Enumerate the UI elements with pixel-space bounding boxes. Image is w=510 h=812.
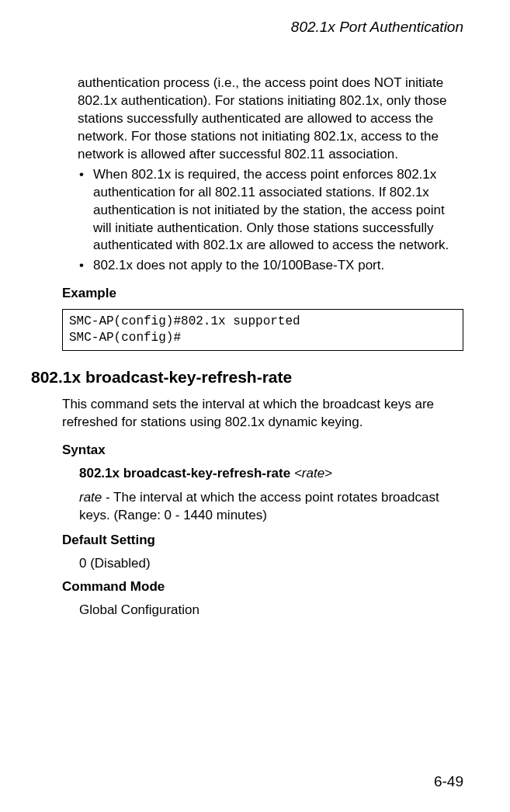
page-number: 6-49 xyxy=(434,773,463,790)
bullet-not-apply: 802.1x does not apply to the 10/100Base-… xyxy=(78,257,463,275)
page-content: authentication process (i.e., the access… xyxy=(0,36,510,618)
syntax-command: 802.1x broadcast-key-refresh-rate xyxy=(79,466,290,481)
default-setting-value: 0 (Disabled) xyxy=(79,556,463,571)
syntax-arg: <rate> xyxy=(294,466,332,481)
syntax-line: 802.1x broadcast-key-refresh-rate <rate> xyxy=(79,466,463,481)
example-code-block: SMC-AP(config)#802.1x supported SMC-AP(c… xyxy=(62,309,463,351)
section-title: 802.1x broadcast-key-refresh-rate xyxy=(31,368,463,387)
header-title: 802.1x Port Authentication xyxy=(291,19,463,35)
rate-description: rate - The interval at which the access … xyxy=(79,489,463,525)
command-mode-heading: Command Mode xyxy=(62,579,463,595)
continuation-paragraph: authentication process (i.e., the access… xyxy=(78,75,463,164)
example-heading: Example xyxy=(62,286,463,301)
default-setting-heading: Default Setting xyxy=(62,533,463,548)
command-mode-value: Global Configuration xyxy=(79,602,463,618)
syntax-heading: Syntax xyxy=(62,442,463,458)
bullet-required: When 802.1x is required, the access poin… xyxy=(78,166,463,255)
rate-word: rate xyxy=(79,490,102,505)
page-header: 802.1x Port Authentication xyxy=(0,0,510,36)
rate-desc-text: - The interval at which the access point… xyxy=(79,490,439,522)
section-description: This command sets the interval at which … xyxy=(62,396,463,432)
